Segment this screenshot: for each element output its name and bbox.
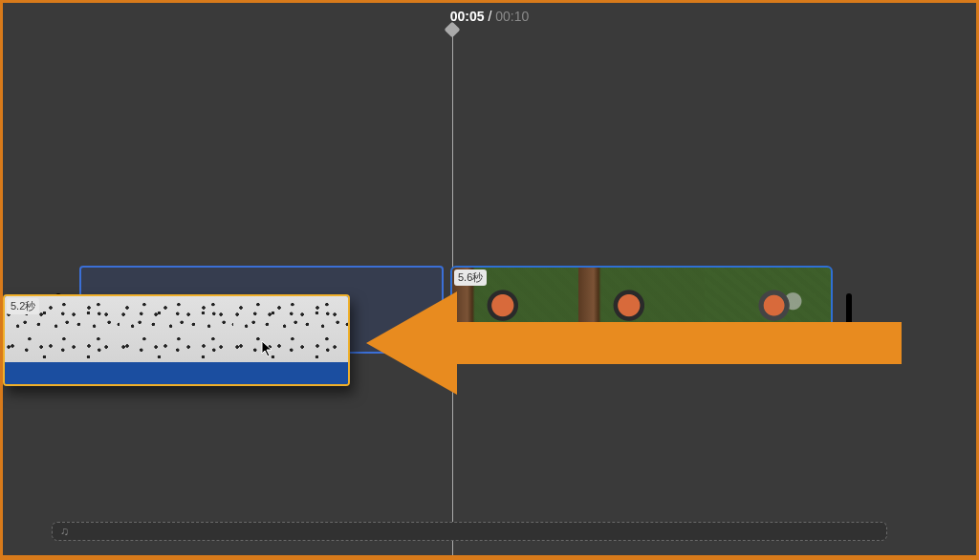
playhead-handle[interactable] <box>445 22 461 38</box>
keyframe-marker[interactable] <box>821 350 831 359</box>
clip-thumbnail <box>578 268 705 352</box>
clip-thumbnail <box>120 296 234 362</box>
clip-duration-badge: 5.2秒 <box>7 298 39 314</box>
timeline-clip-people-dragging[interactable]: 5.2秒 <box>3 294 350 386</box>
clip-audio-strip <box>5 362 348 384</box>
timecode-current: 00:05 <box>450 9 485 24</box>
clip-edge-handle-right[interactable] <box>846 293 852 328</box>
clip-thumbnail <box>705 268 831 352</box>
clip-thumbnail <box>233 296 348 362</box>
music-icon: ♫ <box>60 525 69 538</box>
timecode-total: 00:10 <box>495 9 529 24</box>
timecode-separator: / <box>485 9 496 24</box>
timeline-clip-bird[interactable]: 5.6秒 <box>452 268 831 352</box>
timecode-display: 00:05 / 00:10 <box>3 9 976 24</box>
clip-duration-badge: 5.6秒 <box>454 269 487 286</box>
music-track-placeholder[interactable]: ♫ <box>52 522 887 541</box>
